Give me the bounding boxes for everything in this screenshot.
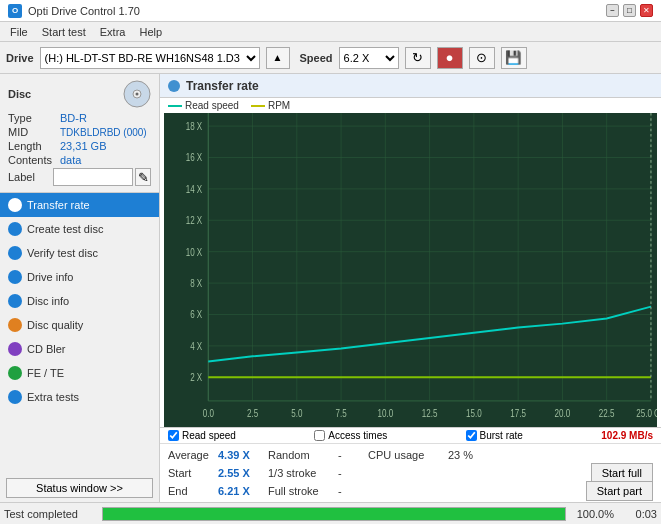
- status-text: Test completed: [4, 508, 94, 520]
- speed-select[interactable]: 6.2 X: [339, 47, 399, 69]
- nav-cd-bler-label: CD Bler: [27, 343, 66, 355]
- close-button[interactable]: ✕: [640, 4, 653, 17]
- nav-disc-quality[interactable]: Disc quality: [0, 313, 159, 337]
- svg-text:5.0: 5.0: [291, 408, 302, 419]
- scan-button[interactable]: ⊙: [469, 47, 495, 69]
- mid-value: TDKBLDRBD (000): [60, 127, 151, 138]
- average-row: Average 4.39 X Random - CPU usage 23 %: [168, 446, 653, 464]
- random-label: Random: [268, 449, 338, 461]
- nav-disc-info[interactable]: Disc info: [0, 289, 159, 313]
- maximize-button[interactable]: □: [623, 4, 636, 17]
- minimize-button[interactable]: −: [606, 4, 619, 17]
- disc-contents-row: Contents data: [8, 154, 151, 166]
- svg-text:0.0: 0.0: [203, 408, 214, 419]
- start-label: Start: [168, 467, 218, 479]
- access-times-checkbox[interactable]: [314, 430, 325, 441]
- burst-rate-checkbox[interactable]: [466, 430, 477, 441]
- burn-button[interactable]: ●: [437, 47, 463, 69]
- chart-header: Transfer rate: [160, 74, 661, 98]
- chart-area: 18 X 16 X 14 X 12 X 10 X 8 X 6 X 4 X 2 X…: [164, 113, 657, 427]
- nav-verify-test-disc-label: Verify test disc: [27, 247, 98, 259]
- app-title: Opti Drive Control 1.70: [28, 5, 140, 17]
- eject-button[interactable]: ▲: [266, 47, 290, 69]
- nav-transfer-rate[interactable]: Transfer rate: [0, 193, 159, 217]
- svg-text:18 X: 18 X: [186, 121, 203, 132]
- menu-file[interactable]: File: [4, 25, 34, 39]
- title-bar: O Opti Drive Control 1.70 − □ ✕: [0, 0, 661, 22]
- disc-header: Disc: [8, 80, 151, 108]
- average-value: 4.39 X: [218, 449, 268, 461]
- label-label: Label: [8, 171, 53, 183]
- drive-label: Drive: [6, 52, 34, 64]
- access-times-check[interactable]: Access times: [314, 430, 387, 441]
- chart-icon: [168, 80, 180, 92]
- nav-fe-te[interactable]: FE / TE: [0, 361, 159, 385]
- nav-fe-te-label: FE / TE: [27, 367, 64, 379]
- label-edit-button[interactable]: ✎: [135, 168, 151, 186]
- svg-point-2: [136, 93, 139, 96]
- menu-help[interactable]: Help: [133, 25, 168, 39]
- chart-legend: Read speed RPM: [160, 98, 661, 113]
- start-part-button[interactable]: Start part: [586, 481, 653, 501]
- nav-items: Transfer rate Create test disc Verify te…: [0, 193, 159, 474]
- svg-text:4 X: 4 X: [190, 341, 203, 352]
- sidebar: Disc Type BD-R MID TDKBLDRBD (000) Leng: [0, 74, 160, 502]
- disc-mid-row: MID TDKBLDRBD (000): [8, 126, 151, 138]
- disc-icon: [123, 80, 151, 108]
- progress-percent: 100.0%: [574, 508, 614, 520]
- status-bar: Test completed 100.0% 0:03: [0, 502, 661, 524]
- stats-area: Average 4.39 X Random - CPU usage 23 % S…: [160, 443, 661, 502]
- chart-bottom: Read speed Access times Burst rate 102.9…: [160, 427, 661, 443]
- progress-bar: [102, 507, 566, 521]
- disc-length-row: Length 23,31 GB: [8, 140, 151, 152]
- nav-cd-bler[interactable]: CD Bler: [0, 337, 159, 361]
- start-full-button[interactable]: Start full: [591, 463, 653, 483]
- nav-transfer-rate-label: Transfer rate: [27, 199, 90, 211]
- nav-verify-test-disc[interactable]: Verify test disc: [0, 241, 159, 265]
- svg-text:14 X: 14 X: [186, 184, 203, 195]
- nav-drive-info[interactable]: Drive info: [0, 265, 159, 289]
- status-window-button[interactable]: Status window >>: [6, 478, 153, 498]
- drive-select[interactable]: (H:) HL-DT-ST BD-RE WH16NS48 1.D3: [40, 47, 260, 69]
- menu-start-test[interactable]: Start test: [36, 25, 92, 39]
- refresh-button[interactable]: ↻: [405, 47, 431, 69]
- chart-svg: 18 X 16 X 14 X 12 X 10 X 8 X 6 X 4 X 2 X…: [164, 113, 657, 427]
- length-value: 23,31 GB: [60, 140, 151, 152]
- svg-text:8 X: 8 X: [190, 278, 203, 289]
- save-button[interactable]: 💾: [501, 47, 527, 69]
- length-label: Length: [8, 140, 60, 152]
- nav-extra-tests[interactable]: Extra tests: [0, 385, 159, 409]
- nav-create-test-disc[interactable]: Create test disc: [0, 217, 159, 241]
- nav-create-test-disc-label: Create test disc: [27, 223, 103, 235]
- burst-rate-value: 102.9 MB/s: [601, 430, 653, 441]
- drive-bar: Drive (H:) HL-DT-ST BD-RE WH16NS48 1.D3 …: [0, 42, 661, 74]
- svg-text:15.0: 15.0: [466, 408, 482, 419]
- main-layout: Disc Type BD-R MID TDKBLDRBD (000) Leng: [0, 74, 661, 502]
- menu-bar: File Start test Extra Help: [0, 22, 661, 42]
- svg-text:6 X: 6 X: [190, 309, 203, 320]
- stroke-full-value: -: [338, 485, 368, 497]
- disc-type-row: Type BD-R: [8, 112, 151, 124]
- type-label: Type: [8, 112, 60, 124]
- label-input[interactable]: [53, 168, 133, 186]
- svg-rect-3: [164, 113, 657, 427]
- read-speed-checkbox[interactable]: [168, 430, 179, 441]
- nav-disc-info-label: Disc info: [27, 295, 69, 307]
- random-value: -: [338, 449, 368, 461]
- svg-text:2.5: 2.5: [247, 408, 258, 419]
- read-speed-check[interactable]: Read speed: [168, 430, 236, 441]
- title-bar-controls: − □ ✕: [606, 4, 653, 17]
- cpu-label: CPU usage: [368, 449, 448, 461]
- legend-rpm-label: RPM: [268, 100, 290, 111]
- cpu-value: 23 %: [448, 449, 473, 461]
- access-times-label: Access times: [328, 430, 387, 441]
- type-value: BD-R: [60, 112, 151, 124]
- svg-text:16 X: 16 X: [186, 152, 203, 163]
- title-bar-left: O Opti Drive Control 1.70: [8, 4, 140, 18]
- nav-extra-tests-label: Extra tests: [27, 391, 79, 403]
- end-row: End 6.21 X Full stroke - Start part: [168, 482, 653, 500]
- menu-extra[interactable]: Extra: [94, 25, 132, 39]
- burst-rate-check[interactable]: Burst rate: [466, 430, 523, 441]
- svg-text:25.0 GB: 25.0 GB: [636, 408, 657, 419]
- progress-fill: [103, 508, 565, 520]
